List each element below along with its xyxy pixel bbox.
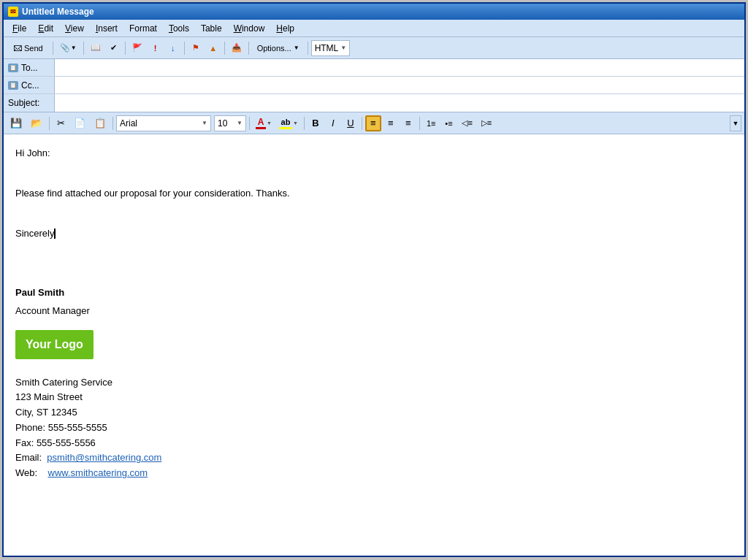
window-title: Untitled Message	[22, 7, 94, 17]
toolbar-scroll-btn[interactable]: ▼	[730, 115, 741, 131]
main-toolbar: 🖂 Send 📎 ▼ 📖 ✔ 🚩 ! ↓ ⚑	[4, 37, 744, 59]
format-dropdown[interactable]: HTML ▼	[311, 40, 351, 56]
send-button[interactable]: 🖂 Send	[7, 40, 50, 56]
fmt-sep-4	[304, 117, 305, 130]
app-icon: ✉	[8, 7, 18, 17]
address-line-2: City, ST 12345	[15, 405, 733, 421]
cc-row: 📋 Cc...	[4, 77, 744, 94]
separator-7	[308, 42, 308, 55]
align-center-btn[interactable]: ≡	[383, 115, 399, 131]
format-value: HTML	[315, 43, 339, 53]
format-dropdown-arrow: ▼	[340, 45, 346, 51]
fmt-sep-2	[112, 117, 113, 130]
priority-low-button[interactable]: ↓	[165, 40, 181, 56]
menu-insert[interactable]: Insert	[90, 22, 123, 35]
priority-high-button[interactable]: !	[148, 40, 164, 56]
menu-bar: File Edit View Insert Format Tools Table…	[4, 20, 744, 37]
sig-title: Account Manager	[15, 304, 733, 318]
separator-2	[83, 42, 84, 55]
font-color-letter: A	[258, 118, 264, 127]
email-body[interactable]: Hi John: Please find attached our propos…	[4, 134, 744, 556]
indent-inc-icon: ▷≡	[481, 118, 492, 128]
subject-label: Subject:	[4, 94, 55, 112]
menu-format[interactable]: Format	[123, 22, 163, 35]
numbered-list-btn[interactable]: 1≡	[423, 115, 440, 131]
paperclip-icon: 📎	[60, 43, 70, 53]
subject-input[interactable]	[55, 94, 744, 112]
open-btn[interactable]: 📂	[27, 115, 46, 131]
cc-button[interactable]: 📋 Cc...	[4, 77, 55, 93]
main-window: ✉ Untitled Message File Edit View Insert…	[2, 2, 746, 557]
size-value: 10	[218, 118, 227, 129]
bullet-list-btn[interactable]: •≡	[440, 115, 457, 131]
numbered-list-icon: 1≡	[427, 119, 436, 128]
logo-box: Your Logo	[15, 330, 94, 359]
fmt-sep-3	[249, 117, 250, 130]
save-btn[interactable]: 💾	[7, 115, 26, 131]
font-color-bar	[256, 127, 266, 129]
indent-dec-btn[interactable]: ◁≡	[458, 115, 476, 131]
copy-btn[interactable]: 📄	[70, 115, 89, 131]
flag2-button[interactable]: ⚑	[188, 40, 204, 56]
menu-tools[interactable]: Tools	[163, 22, 195, 35]
company-name: Smith Catering Service	[15, 375, 733, 391]
to-icon: 📋	[8, 64, 18, 72]
align-right-btn[interactable]: ≡	[400, 115, 416, 131]
italic-icon: I	[332, 118, 335, 129]
font-dropdown-arrow: ▼	[202, 120, 207, 126]
move-button[interactable]: ▲	[205, 40, 221, 56]
font-color-btn[interactable]: A ▼	[253, 115, 275, 131]
text-cursor	[54, 229, 56, 239]
header-fields: 📋 To... 📋 Cc... Subject:	[4, 59, 744, 112]
highlight-bar	[279, 127, 292, 129]
underline-btn[interactable]: U	[343, 115, 359, 131]
inbox-button[interactable]: 📥	[228, 40, 245, 56]
fmt-sep-1	[49, 117, 50, 130]
exclaim-icon: !	[154, 44, 157, 53]
underline-icon: U	[347, 118, 354, 129]
indent-inc-btn[interactable]: ▷≡	[478, 115, 495, 131]
bold-btn[interactable]: B	[308, 115, 324, 131]
options-label: Options...	[257, 44, 291, 53]
address-book-icon: 📖	[91, 43, 101, 53]
menu-window[interactable]: Window	[228, 22, 271, 35]
cut-btn[interactable]: ✂	[53, 115, 69, 131]
paste-btn[interactable]: 📋	[91, 115, 110, 131]
subject-row: Subject:	[4, 94, 744, 112]
menu-view[interactable]: View	[59, 22, 90, 35]
check-icon: ✔	[110, 43, 117, 53]
check-names-button[interactable]: ✔	[106, 40, 122, 56]
highlight-color-btn[interactable]: ab ▼	[276, 115, 301, 131]
highlight-arrow[interactable]: ▼	[293, 120, 298, 126]
flag-button[interactable]: 🚩	[129, 40, 146, 56]
greeting-line: Hi John:	[15, 146, 733, 161]
options-button[interactable]: Options... ▼	[252, 40, 305, 56]
italic-btn[interactable]: I	[325, 115, 341, 131]
menu-file[interactable]: File	[7, 22, 32, 35]
open-icon: 📂	[31, 118, 42, 129]
align-left-btn[interactable]: ≡	[365, 115, 381, 131]
menu-edit[interactable]: Edit	[32, 22, 59, 35]
size-dropdown[interactable]: 10 ▼	[214, 115, 246, 131]
email-line: Email: psmith@smithcatering.com	[15, 450, 733, 466]
options-dropdown-arrow[interactable]: ▼	[294, 45, 299, 51]
address-book-button[interactable]: 📖	[87, 40, 104, 56]
email-link[interactable]: psmith@smithcatering.com	[47, 452, 161, 463]
address-block: Smith Catering Service 123 Main Street C…	[15, 375, 733, 482]
web-link[interactable]: www.smithcatering.com	[48, 467, 148, 478]
spacer-2	[15, 205, 733, 220]
fax-line: Fax: 555-555-5556	[15, 436, 733, 451]
attach-button[interactable]: 📎 ▼	[56, 40, 80, 56]
font-dropdown[interactable]: Arial ▼	[116, 115, 211, 131]
attach-dropdown[interactable]: ▼	[71, 45, 77, 51]
cc-input[interactable]	[55, 77, 744, 93]
bullet-list-icon: •≡	[445, 119, 452, 128]
web-line: Web: www.smithcatering.com	[15, 466, 733, 481]
font-color-arrow[interactable]: ▼	[267, 120, 272, 126]
highlight-letter: ab	[281, 118, 291, 127]
to-input[interactable]	[55, 59, 744, 76]
menu-table[interactable]: Table	[195, 22, 228, 35]
menu-help[interactable]: Help	[270, 22, 300, 35]
align-right-icon: ≡	[405, 118, 411, 129]
to-button[interactable]: 📋 To...	[4, 59, 55, 76]
